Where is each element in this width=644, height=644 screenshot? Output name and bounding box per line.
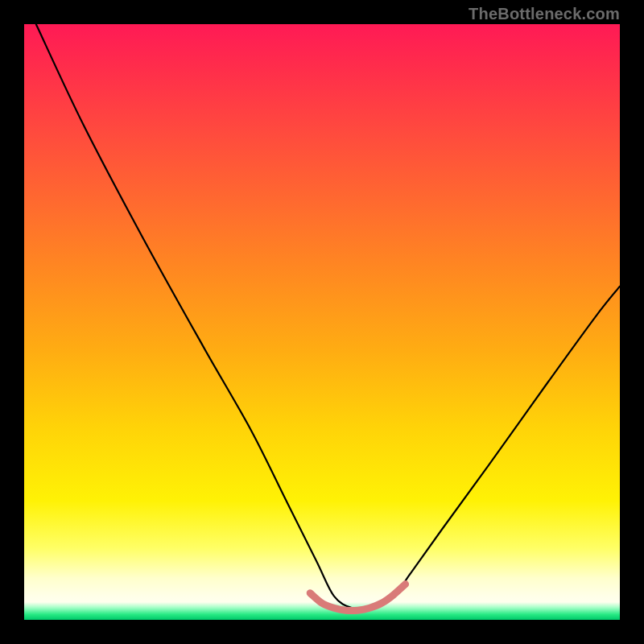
bottleneck-curve (36, 24, 620, 609)
bottom-pink-segment (310, 584, 405, 611)
watermark-text: TheBottleneck.com (469, 5, 620, 23)
curve-layer (24, 24, 620, 620)
chart-frame: TheBottleneck.com (0, 0, 644, 644)
plot-area (24, 24, 620, 620)
